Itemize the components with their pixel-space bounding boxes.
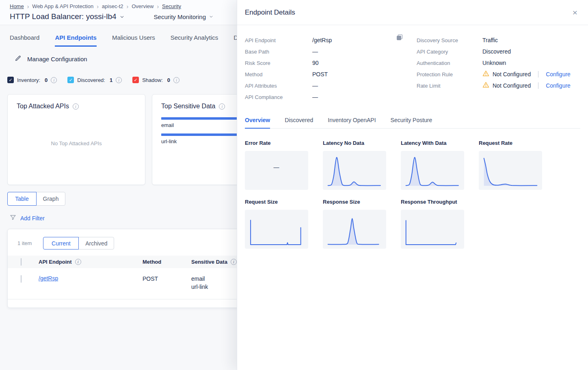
breadcrumb-home[interactable]: Home xyxy=(10,3,24,9)
info-icon[interactable]: i xyxy=(73,103,79,110)
detail-label: API Attributes xyxy=(245,83,312,89)
panel-tabbar: Overview Discovered Inventory OpenAPI Se… xyxy=(245,117,580,129)
latency-no-data-chart: Latency No Data xyxy=(323,140,386,190)
detail-value-method: POST xyxy=(312,71,328,77)
breadcrumb-overview[interactable]: Overview xyxy=(132,3,153,9)
inventory-label: Inventory: xyxy=(17,77,40,83)
error-rate-chart: Error Rate — xyxy=(245,140,308,190)
latency-with-data-chart: Latency With Data xyxy=(401,140,464,190)
row-checkbox[interactable] xyxy=(21,275,22,283)
breadcrumb-separator: › xyxy=(127,4,129,9)
top-attacked-apis-card: Top Attacked APIs i No Top Attacked APIs xyxy=(7,94,145,185)
current-button[interactable]: Current xyxy=(43,237,79,250)
detail-label: Method xyxy=(245,71,312,77)
detail-label: Discovery Source xyxy=(417,37,482,43)
detail-label: Risk Score xyxy=(245,60,312,66)
copy-icon[interactable] xyxy=(396,34,403,42)
divider xyxy=(538,71,538,77)
table-view-button[interactable]: Table xyxy=(7,192,37,206)
endpoint-details-summary: API Endpoint/getRsp Base Path— Risk Scor… xyxy=(237,25,588,103)
detail-label: Protection Rule xyxy=(417,71,482,77)
detail-label: API Compliance xyxy=(245,94,312,100)
pencil-icon xyxy=(15,55,22,63)
archived-button[interactable]: Archived xyxy=(78,237,114,250)
detail-value-api-category: Discovered xyxy=(482,48,511,55)
col-method[interactable]: Method xyxy=(143,259,191,265)
detail-value-authentication: Unknown xyxy=(482,60,506,66)
endpoint-link[interactable]: /getRsp xyxy=(39,275,58,282)
sparkline xyxy=(323,151,386,190)
load-balancer-selector[interactable]: HTTP Load Balancer: yossi-lb4 xyxy=(10,12,124,21)
info-icon[interactable]: i xyxy=(51,77,57,83)
panel-tab-discovered[interactable]: Discovered xyxy=(285,117,313,128)
detail-value-api-compliance: — xyxy=(312,94,318,100)
sparkline xyxy=(401,210,464,249)
discovered-checkbox[interactable]: ✓ xyxy=(67,77,74,83)
chart-title: Response Throughput xyxy=(401,199,464,205)
configure-rate-limit-link[interactable]: Configure xyxy=(546,82,571,89)
filter-shadow: ✓ Shadow: 0 i xyxy=(132,77,179,83)
inventory-checkbox[interactable]: ✓ xyxy=(7,77,14,83)
filter-discovered: ✓ Discovered: 1 i xyxy=(67,77,122,83)
endpoint-details-panel: Endpoint Details × API Endpoint/getRsp B… xyxy=(237,0,588,370)
col-api-endpoint[interactable]: API Endpoint xyxy=(39,259,72,265)
info-icon[interactable]: i xyxy=(116,77,122,83)
chart-title: Latency With Data xyxy=(401,140,464,146)
breadcrumb-separator: › xyxy=(97,4,99,9)
detail-value-api-endpoint: /getRsp xyxy=(312,37,332,43)
sparkline xyxy=(245,210,308,249)
current-archived-toggle: Current Archived xyxy=(43,237,114,250)
chevron-down-icon xyxy=(120,15,124,19)
info-icon[interactable]: i xyxy=(219,103,225,110)
filter-inventory: ✓ Inventory: 0 i xyxy=(7,77,57,83)
detail-value-discovery-source: Traffic xyxy=(482,37,498,43)
sparkline xyxy=(323,210,386,249)
detail-label: Rate Limit xyxy=(417,83,482,89)
tab-api-endpoints[interactable]: API Endpoints xyxy=(55,34,97,47)
response-size-chart: Response Size xyxy=(323,199,386,249)
request-size-chart: Request Size xyxy=(245,199,308,249)
graph-view-button[interactable]: Graph xyxy=(36,192,65,206)
item-count: 1 item xyxy=(17,240,32,246)
funnel-icon xyxy=(10,214,16,222)
configure-protection-rule-link[interactable]: Configure xyxy=(546,71,571,77)
panel-header: Endpoint Details × xyxy=(237,0,588,25)
request-rate-chart: Request Rate xyxy=(479,140,542,190)
breadcrumb-namespace[interactable]: apisec-t2 xyxy=(102,3,123,9)
tab-malicious-users[interactable]: Malicious Users xyxy=(112,34,155,47)
detail-label: API Endpoint xyxy=(245,37,312,43)
sparkline xyxy=(401,151,464,190)
col-sensitive-data[interactable]: Sensitive Data xyxy=(191,259,227,265)
select-all-checkbox[interactable] xyxy=(21,258,22,266)
top-attacked-empty-message: No Top Attacked APIs xyxy=(17,110,136,176)
tab-security-analytics[interactable]: Security Analytics xyxy=(171,34,218,47)
chart-title: Error Rate xyxy=(245,140,308,146)
detail-value-api-attributes: — xyxy=(312,82,318,89)
page-title: HTTP Load Balancer: yossi-lb4 xyxy=(10,12,117,21)
table-graph-toggle: Table Graph xyxy=(7,192,65,206)
divider xyxy=(538,82,538,89)
chart-title: Request Rate xyxy=(479,140,542,146)
discovered-label: Discovered: xyxy=(77,77,105,83)
chart-title: Response Size xyxy=(323,199,386,205)
shadow-count: 0 xyxy=(167,77,170,83)
panel-tab-security-posture[interactable]: Security Posture xyxy=(391,117,432,128)
breadcrumb-security[interactable]: Security xyxy=(162,3,181,9)
info-icon[interactable]: i xyxy=(75,259,81,265)
close-icon[interactable]: × xyxy=(573,8,577,17)
panel-tab-inventory-openapi[interactable]: Inventory OpenAPI xyxy=(328,117,376,128)
top-sensitive-title: Top Sensitive Data xyxy=(161,103,215,110)
panel-tab-overview[interactable]: Overview xyxy=(245,117,270,129)
manage-configuration-label: Manage Configuration xyxy=(27,56,87,62)
warning-triangle-icon xyxy=(482,70,489,78)
breadcrumb-waap[interactable]: Web App & API Protection xyxy=(32,3,93,9)
info-icon[interactable]: i xyxy=(231,259,237,265)
shadow-checkbox[interactable]: ✓ xyxy=(132,77,139,83)
monitoring-mode-selector[interactable]: Security Monitoring xyxy=(154,13,213,20)
overview-charts: Error Rate — Latency No Data Latency Wit… xyxy=(245,140,588,249)
no-data-dash: — xyxy=(274,164,280,170)
info-icon[interactable]: i xyxy=(173,77,179,83)
panel-title: Endpoint Details xyxy=(245,9,295,17)
tab-dashboard[interactable]: Dashboard xyxy=(10,34,39,47)
detail-label: Base Path xyxy=(245,49,312,55)
